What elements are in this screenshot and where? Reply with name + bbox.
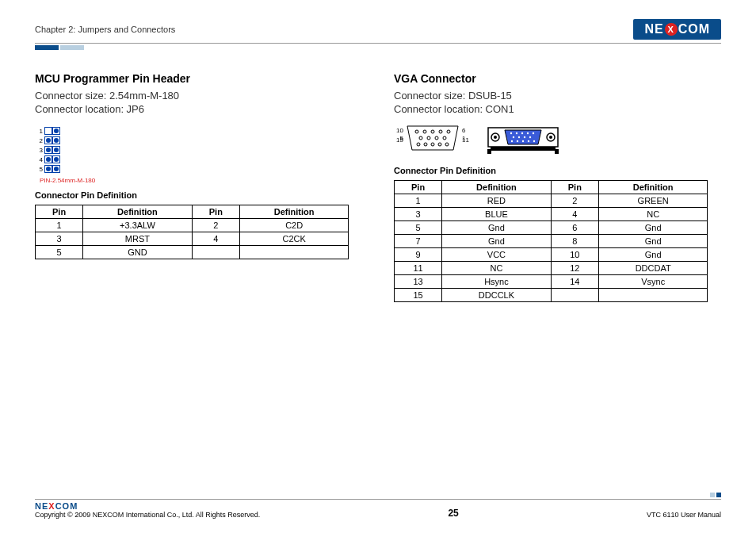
svg-point-5	[447, 130, 450, 133]
svg-point-33	[522, 140, 524, 142]
content-columns: MCU Programmer Pin Header Connector size…	[35, 72, 721, 302]
vga-pin-table: PinDefinitionPinDefinition 1RED2GREEN 3B…	[394, 180, 708, 302]
svg-point-8	[435, 136, 438, 140]
svg-point-10	[451, 136, 454, 140]
vga-title: VGA Connector	[394, 72, 721, 85]
table-row: 11NC12DDCDAT	[395, 262, 708, 275]
svg-point-27	[513, 136, 514, 138]
right-column: VGA Connector Connector size: DSUB-15 Co…	[394, 72, 721, 302]
table-row: 1+3.3ALW2C2D	[36, 219, 349, 232]
vga-location: Connector location: CON1	[394, 103, 721, 115]
footer-accent-bars	[35, 493, 721, 497]
mcu-title: MCU Programmer Pin Header	[35, 72, 362, 85]
svg-point-20	[549, 136, 552, 139]
svg-point-2	[423, 130, 426, 133]
header-accent-bars	[35, 45, 721, 50]
svg-point-18	[494, 136, 497, 139]
svg-point-13	[431, 143, 434, 146]
svg-point-35	[533, 140, 535, 142]
svg-point-32	[517, 140, 518, 142]
svg-point-34	[528, 140, 529, 142]
chapter-title: Chapter 2: Jumpers and Connectors	[35, 25, 175, 34]
table-row: 13Hsync14Vsync	[395, 275, 708, 289]
mcu-pin-label: PIN-2.54mm-M-180	[40, 177, 362, 184]
table-row: 5GND	[36, 246, 349, 259]
svg-rect-36	[491, 147, 556, 151]
logo-x-icon: X	[665, 23, 678, 36]
mcu-table-title: Connector Pin Definition	[35, 190, 362, 200]
svg-point-30	[529, 136, 531, 138]
left-column: MCU Programmer Pin Header Connector size…	[35, 72, 362, 302]
svg-marker-21	[505, 130, 541, 144]
svg-point-15	[445, 143, 449, 146]
svg-point-1	[415, 130, 418, 133]
table-row: 9VCC10Gnd	[395, 248, 708, 262]
svg-rect-37	[487, 149, 491, 154]
svg-point-14	[438, 143, 441, 146]
svg-point-6	[419, 136, 422, 140]
table-row: 7Gnd8Gnd	[395, 235, 708, 248]
mcu-pin-table: PinDefinitionPinDefinition 1+3.3ALW2C2D …	[35, 205, 349, 259]
svg-point-22	[510, 132, 512, 134]
footer-logo: NEXCOM	[35, 501, 260, 511]
vga-pin-numbers: 5 1 106 1511	[394, 133, 472, 144]
svg-point-12	[424, 143, 427, 146]
svg-point-7	[427, 136, 430, 140]
footer-rule	[35, 499, 721, 500]
svg-point-23	[516, 132, 517, 134]
vga-connector-icon	[487, 123, 559, 155]
vga-diagram: 5 1 106 1511	[394, 123, 721, 155]
svg-point-31	[511, 140, 513, 142]
svg-point-11	[417, 143, 420, 146]
vga-table-title: Connector Pin Definition	[394, 166, 721, 175]
svg-point-3	[431, 130, 434, 133]
table-row: 5Gnd6Gnd	[395, 221, 708, 235]
svg-rect-38	[555, 149, 559, 154]
svg-point-25	[527, 132, 529, 134]
page-footer: NEXCOM Copyright © 2009 NEXCOM Internati…	[35, 493, 721, 519]
table-row: 15DDCCLK	[395, 289, 708, 302]
nexcom-logo: NEXCOM	[633, 19, 721, 40]
svg-point-4	[439, 130, 442, 133]
copyright-text: Copyright © 2009 NEXCOM International Co…	[35, 511, 260, 519]
svg-point-24	[521, 132, 523, 134]
svg-point-9	[443, 136, 446, 140]
page-header: Chapter 2: Jumpers and Connectors NEXCOM	[35, 19, 721, 40]
header-rule	[35, 43, 721, 44]
manual-name: VTC 6110 User Manual	[647, 511, 721, 519]
vga-size: Connector size: DSUB-15	[394, 90, 721, 102]
mcu-pin-diagram: 1 2 3 4 5 PIN-2.54mm-M-180	[35, 126, 362, 184]
svg-point-26	[533, 132, 534, 134]
page-number: 25	[448, 508, 458, 519]
svg-point-29	[524, 136, 525, 138]
table-row: 3BLUE4NC	[395, 208, 708, 221]
mcu-location: Connector location: JP6	[35, 103, 362, 115]
svg-point-28	[518, 136, 520, 138]
table-row: 3MRST4C2CK	[36, 232, 349, 246]
mcu-size: Connector size: 2.54mm-M-180	[35, 90, 362, 102]
table-row: 1RED2GREEN	[395, 194, 708, 208]
